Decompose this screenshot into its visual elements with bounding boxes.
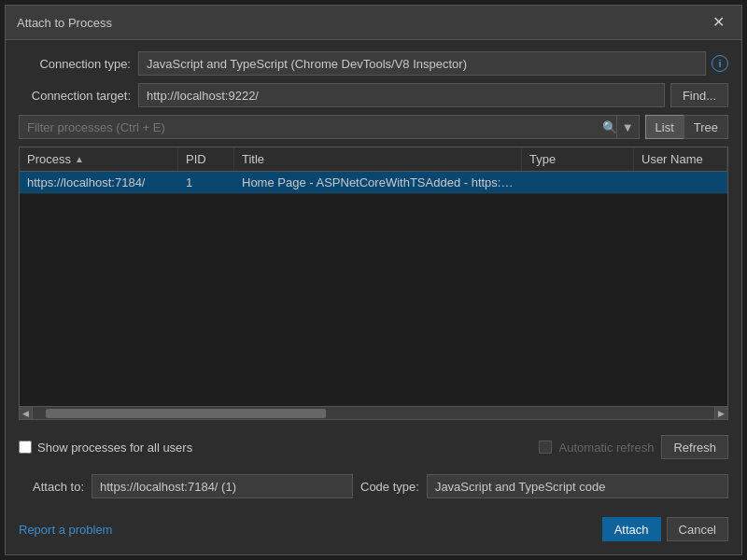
- tree-view-button[interactable]: Tree: [684, 115, 728, 139]
- auto-refresh-wrap: Automatic refresh Refresh: [539, 435, 728, 459]
- code-type-select[interactable]: JavaScript and TypeScript code: [427, 474, 728, 498]
- filter-row: 🔍 ▼ List Tree: [19, 115, 728, 139]
- column-title[interactable]: Title: [234, 147, 522, 171]
- title-bar: Attach to Process ✕: [6, 6, 741, 40]
- table-body[interactable]: https://localhost:7184/ 1 Home Page - AS…: [20, 172, 727, 406]
- connection-target-row: Connection target: http://localhost:9222…: [19, 83, 728, 107]
- auto-refresh-checkbox[interactable]: [539, 441, 552, 454]
- scroll-right-arrow[interactable]: ▶: [714, 407, 727, 420]
- close-button[interactable]: ✕: [707, 13, 730, 32]
- cancel-button[interactable]: Cancel: [667, 517, 728, 541]
- attach-to-row: Attach to: Code type: JavaScript and Typ…: [19, 470, 728, 502]
- connection-target-select[interactable]: http://localhost:9222/: [138, 83, 665, 107]
- bottom-row: Show processes for all users Automatic r…: [19, 427, 728, 463]
- filter-input-wrap: 🔍 ▼: [19, 115, 640, 139]
- cell-title: Home Page - ASPNetCoreWithTSAdded - http…: [234, 172, 522, 193]
- attach-button[interactable]: Attach: [602, 517, 661, 541]
- view-toggle: List Tree: [645, 115, 728, 139]
- filter-input[interactable]: [19, 115, 617, 139]
- connection-type-label: Connection type:: [19, 57, 131, 71]
- connection-target-dropdown-wrap: http://localhost:9222/ Find...: [138, 83, 728, 107]
- connection-type-dropdown-wrap: JavaScript and TypeScript (Chrome DevToo…: [138, 51, 728, 76]
- cell-type: [522, 172, 634, 193]
- connection-type-select[interactable]: JavaScript and TypeScript (Chrome DevToo…: [138, 51, 706, 76]
- show-all-users-wrap: Show processes for all users: [19, 441, 192, 455]
- column-process[interactable]: Process ▲: [20, 147, 178, 171]
- connection-type-row: Connection type: JavaScript and TypeScri…: [19, 51, 728, 76]
- column-type[interactable]: Type: [522, 147, 634, 171]
- show-all-users-checkbox[interactable]: [19, 441, 32, 454]
- show-all-users-label[interactable]: Show processes for all users: [37, 441, 192, 455]
- filter-dropdown-button[interactable]: ▼: [617, 115, 640, 139]
- cell-pid: 1: [178, 172, 234, 193]
- report-link[interactable]: Report a problem: [19, 523, 112, 537]
- dialog: Attach to Process ✕ Connection type: Jav…: [5, 5, 742, 555]
- table-row[interactable]: https://localhost:7184/ 1 Home Page - AS…: [20, 172, 727, 194]
- info-icon[interactable]: i: [712, 55, 728, 72]
- refresh-button[interactable]: Refresh: [661, 435, 728, 459]
- connection-target-label: Connection target:: [19, 89, 131, 103]
- attach-to-label: Attach to:: [19, 480, 84, 494]
- horizontal-scrollbar[interactable]: ◀ ▶: [20, 406, 727, 419]
- attach-to-input[interactable]: [92, 474, 353, 498]
- table-header: Process ▲ PID Title Type User Name: [20, 147, 727, 172]
- cell-process: https://localhost:7184/: [20, 172, 178, 193]
- auto-refresh-label: Automatic refresh: [559, 441, 655, 455]
- find-button[interactable]: Find...: [670, 83, 728, 107]
- column-username[interactable]: User Name: [634, 147, 727, 171]
- footer-buttons: Attach Cancel: [602, 517, 728, 541]
- scroll-left-arrow[interactable]: ◀: [20, 407, 33, 420]
- dialog-content: Connection type: JavaScript and TypeScri…: [6, 40, 741, 554]
- cell-username: [634, 172, 727, 193]
- process-table: Process ▲ PID Title Type User Name h: [19, 147, 728, 420]
- code-type-label: Code type:: [360, 480, 419, 494]
- code-type-dropdown-wrap: JavaScript and TypeScript code: [427, 474, 728, 498]
- footer-row: Report a problem Attach Cancel: [19, 510, 728, 543]
- dialog-title: Attach to Process: [17, 16, 112, 30]
- list-view-button[interactable]: List: [645, 115, 684, 139]
- sort-arrow-process: ▲: [75, 154, 84, 164]
- scroll-thumb[interactable]: [46, 409, 326, 418]
- column-pid[interactable]: PID: [178, 147, 234, 171]
